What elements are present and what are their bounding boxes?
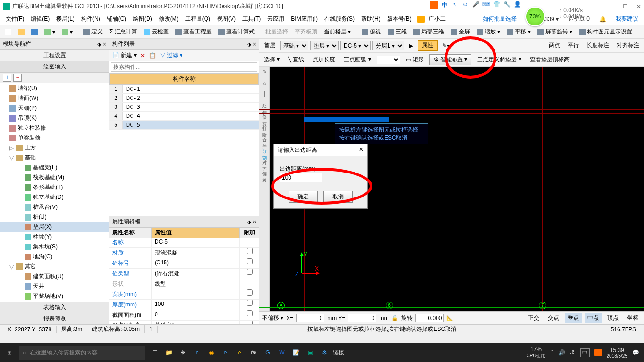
tree-item[interactable]: 集水坑(S) [0, 242, 109, 252]
app-fan-icon[interactable]: ❋ [176, 346, 190, 359]
snap-mid[interactable]: 中点 [585, 313, 602, 323]
tree-item[interactable]: 天井 [0, 281, 109, 291]
nav-draw[interactable]: 绘图输入 [0, 61, 109, 73]
tree-item[interactable]: 天棚(P) [0, 103, 109, 113]
tb-viewqty[interactable]: 查看工程量 [173, 27, 215, 37]
start-button[interactable]: ⊞ [0, 343, 19, 362]
tree-item[interactable]: 墙面(W) [0, 93, 109, 103]
menu-component[interactable]: 构件(N) [78, 14, 103, 24]
gxs-icon[interactable] [417, 16, 425, 23]
offset-input[interactable] [280, 173, 322, 182]
ime-zh-icon[interactable]: 中 [440, 1, 449, 9]
draw-select[interactable]: 选择 ▾ [261, 55, 282, 65]
app-g-icon[interactable]: G [261, 346, 274, 359]
tb-new[interactable] [2, 28, 14, 36]
app-sys-icon[interactable]: ⚙ [318, 346, 331, 359]
sel-type[interactable]: 垫层 ▾ [310, 41, 339, 50]
ime-keyboard-icon[interactable]: ⌨ [482, 1, 490, 9]
tree-item[interactable]: ▷土方 [0, 143, 109, 153]
prop-row[interactable]: 材质现浇混凝 [109, 248, 259, 258]
side-tool-8[interactable]: 分割 [260, 148, 269, 156]
tb-pan[interactable]: 平移 ▾ [504, 27, 533, 37]
app-gcl-icon[interactable]: ▣ [304, 346, 317, 359]
canvas-forward-icon[interactable]: ▶ [406, 41, 416, 50]
draw-arc-sel[interactable] [377, 56, 400, 64]
tree-item[interactable]: 平整场地(V) [0, 291, 109, 301]
tb-zoom[interactable]: 缩放 ▾ [474, 27, 503, 37]
menu-view[interactable]: 视图(V) [214, 14, 239, 24]
sel-category[interactable]: 基础 ▾ [280, 41, 308, 50]
prop-row[interactable]: 起点顶标高基础底标 [109, 321, 259, 324]
complist-copy-icon[interactable]: 📋 [149, 52, 156, 59]
snap-coord[interactable]: 坐标 [624, 313, 641, 323]
y-input[interactable] [348, 314, 376, 322]
tb-cloudcheck[interactable]: 云检查 [141, 27, 172, 37]
tb-sum[interactable]: Σ 汇总计算 [107, 27, 140, 37]
app-ie-icon[interactable]: e [190, 346, 204, 359]
prop-row[interactable]: 宽度(mm) [109, 289, 259, 300]
ime-user-icon[interactable]: 👤 [513, 1, 521, 9]
x-input[interactable] [296, 314, 324, 322]
tree-item[interactable]: 柱墩(Y) [0, 232, 109, 242]
nav-pin-icon[interactable]: ⬗ × [97, 41, 106, 48]
menu-help[interactable]: 帮助(H) [358, 14, 383, 24]
side-tool-2[interactable]: △ [260, 80, 269, 89]
prop-pin-icon[interactable]: ⬗ × [247, 219, 256, 225]
snap-inter[interactable]: 交点 [545, 313, 562, 323]
rot-lock-icon[interactable]: 🔒 [391, 315, 398, 321]
dialog-close-icon[interactable]: ✕ [359, 146, 363, 154]
tb-curfloor[interactable]: 当前楼层 ▾ [321, 27, 354, 37]
tree-item[interactable]: 建筑面积(U) [0, 272, 109, 281]
tb-open[interactable] [15, 28, 27, 36]
tree-item[interactable]: ▽基础 [0, 153, 109, 163]
ime-shirt-icon[interactable]: 👕 [492, 1, 501, 9]
tree-item[interactable]: 基础梁(F) [0, 163, 109, 173]
tb-save[interactable] [28, 28, 41, 36]
prop-row[interactable]: 截面面积(m0 [109, 310, 259, 321]
smart-layout-button[interactable]: ⚙ 智能布置 ▾ [429, 54, 472, 65]
tab-report[interactable]: 报表预览 [0, 313, 109, 324]
prop-row[interactable]: 砼标号(C15) [109, 258, 259, 269]
collapse-button[interactable]: − [13, 74, 22, 82]
side-tool-7[interactable]: 合并 [260, 137, 269, 145]
menu-draw[interactable]: 绘图(D) [130, 14, 155, 24]
canvas-edit-icon[interactable]: ✎▾ [439, 41, 453, 50]
tree-item[interactable]: 独立柱装修 [0, 123, 109, 133]
app-link[interactable]: 链接 [332, 346, 345, 359]
side-tool-3[interactable]: ┃ [260, 91, 269, 100]
prop-row[interactable]: 形状线型 [109, 279, 259, 289]
tb-batchsel[interactable]: 批量选择 [263, 27, 291, 37]
menu-cloud[interactable]: 云应用 [264, 14, 287, 24]
tree-item[interactable]: 独立基础(D) [0, 192, 109, 202]
tree-item[interactable]: 桩(U) [0, 212, 109, 222]
snap-ortho[interactable]: 正交 [525, 313, 542, 323]
menu-bim[interactable]: BIM应用(I) [288, 14, 321, 24]
ime-punct-icon[interactable]: •, [451, 1, 459, 9]
ime-mic-icon[interactable]: 🎤 [471, 1, 480, 9]
tree-item[interactable]: 单梁装修 [0, 133, 109, 143]
draw-rect[interactable]: ▭ 矩形 [403, 55, 427, 65]
app-ie2-icon[interactable]: e [233, 346, 246, 359]
bell-icon[interactable]: 🔔 [596, 15, 609, 24]
tray-sogou-icon[interactable] [594, 349, 602, 356]
sel-layer[interactable]: 分层1 ▾ [372, 41, 404, 50]
floor-select[interactable]: 首层 [261, 41, 278, 50]
view-top[interactable]: 查看垫层顶标高 [527, 55, 572, 65]
snap-vert[interactable]: 顶点 [604, 313, 621, 323]
menu-file[interactable]: 文件(F) [3, 14, 27, 24]
draw-ptlen[interactable]: 点加长度 [310, 55, 338, 65]
tree-item[interactable]: 吊顶(K) [0, 113, 109, 123]
close-button[interactable]: ✕ [636, 3, 641, 10]
menu-aux[interactable]: 辅轴(O) [104, 14, 129, 24]
angle-icon[interactable]: 📐 [446, 315, 454, 321]
tray-ime[interactable]: 中 [580, 348, 590, 357]
tb-align[interactable]: 平齐板顶 [292, 27, 320, 37]
menu-tool[interactable]: 工具(T) [239, 14, 264, 24]
complist-new[interactable]: 📄 新建 ▾ [112, 51, 137, 59]
tree-item[interactable]: 桩承台(V) [0, 202, 109, 212]
tree-item[interactable]: 条形基础(T) [0, 182, 109, 192]
ime-tool-icon[interactable]: 🔧 [503, 1, 511, 9]
tree-item[interactable]: 筏板基础(M) [0, 173, 109, 182]
tb-display[interactable]: 构件图元显示设置 [576, 27, 635, 37]
task-view-icon[interactable]: ☐ [148, 346, 161, 359]
